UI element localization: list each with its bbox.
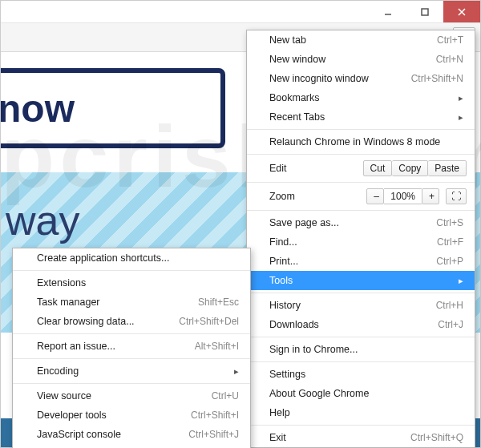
menu-print[interactable]: Print...Ctrl+P — [247, 252, 475, 271]
menu-separator — [13, 333, 250, 334]
copy-button[interactable]: Copy — [392, 160, 428, 176]
menu-new-tab[interactable]: New tabCtrl+T — [247, 30, 475, 50]
menu-settings[interactable]: Settings — [247, 365, 475, 384]
chrome-main-menu: New tabCtrl+T New windowCtrl+N New incog… — [246, 30, 475, 448]
submenu-view-source[interactable]: View sourceCtrl+U — [13, 386, 250, 406]
submenu-encoding[interactable]: Encoding — [13, 361, 250, 381]
menu-separator — [13, 358, 250, 359]
paste-button[interactable]: Paste — [428, 160, 467, 176]
menu-separator — [13, 270, 250, 271]
submenu-inspect-devices[interactable]: Inspect devices — [13, 444, 250, 448]
close-button[interactable] — [443, 1, 480, 22]
menu-separator — [247, 361, 475, 362]
cut-button[interactable]: Cut — [363, 160, 393, 176]
menu-tools[interactable]: Tools — [247, 271, 475, 290]
menu-separator — [247, 337, 475, 337]
menu-new-window[interactable]: New windowCtrl+N — [247, 50, 475, 69]
menu-separator — [13, 383, 250, 384]
submenu-clear-data[interactable]: Clear browsing data...Ctrl+Shift+Del — [13, 312, 250, 331]
submenu-task-manager[interactable]: Task managerShift+Esc — [13, 293, 250, 312]
window-titlebar — [1, 1, 480, 23]
svg-rect-1 — [422, 9, 428, 15]
sub-heading: way — [6, 196, 79, 244]
menu-separator — [247, 182, 475, 183]
hero-ribbon: now — [1, 68, 225, 148]
edit-label: Edit — [269, 163, 321, 174]
submenu-extensions[interactable]: Extensions — [13, 273, 250, 293]
menu-help[interactable]: Help — [247, 403, 475, 422]
menu-separator — [247, 129, 475, 130]
submenu-developer-tools[interactable]: Developer toolsCtrl+Shift+I — [13, 406, 250, 425]
submenu-js-console[interactable]: JavaScript consoleCtrl+Shift+J — [13, 425, 250, 444]
menu-separator — [247, 154, 475, 155]
maximize-button[interactable] — [406, 1, 443, 22]
menu-incognito[interactable]: New incognito windowCtrl+Shift+N — [247, 69, 475, 88]
menu-bookmarks[interactable]: Bookmarks — [247, 88, 475, 107]
zoom-label: Zoom — [269, 191, 321, 202]
zoom-in-button[interactable]: + — [422, 188, 439, 204]
menu-separator — [247, 425, 475, 426]
tools-submenu: Create application shortcuts... Extensio… — [12, 248, 251, 448]
menu-signin[interactable]: Sign in to Chrome... — [247, 340, 475, 359]
ribbon-text: now — [1, 87, 75, 131]
fullscreen-button[interactable]: ⛶ — [446, 188, 467, 204]
menu-separator — [247, 293, 475, 293]
zoom-level: 100% — [384, 188, 422, 204]
submenu-create-shortcuts[interactable]: Create application shortcuts... — [13, 248, 250, 268]
minimize-button[interactable] — [370, 1, 406, 22]
zoom-out-button[interactable]: – — [366, 188, 384, 204]
menu-downloads[interactable]: DownloadsCtrl+J — [247, 315, 475, 334]
menu-zoom-row: Zoom – 100% + ⛶ — [247, 185, 475, 208]
menu-about[interactable]: About Google Chrome — [247, 384, 475, 403]
menu-recent-tabs[interactable]: Recent Tabs — [247, 107, 475, 127]
menu-relaunch[interactable]: Relaunch Chrome in Windows 8 mode — [247, 132, 475, 151]
menu-exit[interactable]: ExitCtrl+Shift+Q — [247, 428, 475, 447]
menu-separator — [247, 210, 475, 211]
menu-edit-row: Edit Cut Copy Paste — [247, 157, 475, 180]
menu-history[interactable]: HistoryCtrl+H — [247, 296, 475, 315]
menu-find[interactable]: Find...Ctrl+F — [247, 232, 475, 252]
submenu-report-issue[interactable]: Report an issue...Alt+Shift+I — [13, 337, 250, 356]
menu-save-page[interactable]: Save page as...Ctrl+S — [247, 213, 475, 232]
